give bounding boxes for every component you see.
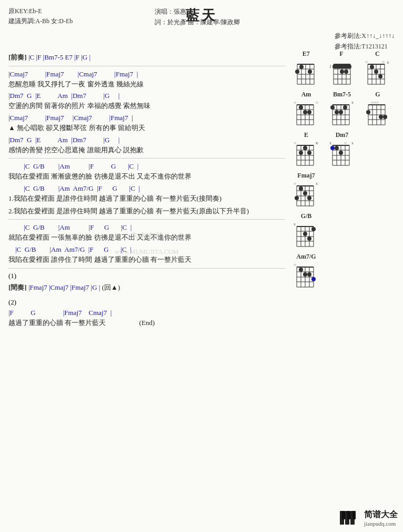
music-by: 曲：陳建寧/陳政卿 [188, 18, 240, 26]
chord-am7g: Am7/G ○ [293, 253, 320, 289]
v1-lyric3: ▲ 無心唱歌 卻又撥斷琴弦 所有的事 留給明天 [8, 123, 285, 133]
main-content: [前奏] |C |F |Bm7-5 E7 |F |G | |Cmaj7 |Fma… [8, 50, 395, 330]
svg-point-146 [311, 227, 316, 231]
chord-e7: E7 [293, 50, 319, 86]
credits: 詞：於光彥 曲：陳建寧/陳政卿 [155, 17, 240, 27]
chorus-chord4: |C G/B |Am Am7/G |F G |C | [8, 245, 285, 254]
svg-rect-167 [342, 511, 345, 519]
svg-rect-24 [333, 65, 351, 68]
intro-line: [前奏] |C |F |Bm7-5 E7 |F |G | [8, 52, 285, 63]
svg-text:○: ○ [365, 60, 368, 64]
svg-point-132 [303, 191, 307, 195]
svg-point-100 [307, 151, 311, 155]
fingering: 參考指法:T1213121 [335, 41, 395, 52]
v1-chord4: |Dm7 G |E Am |Dm7 |G | [8, 135, 285, 145]
chord-e: E ○ ○ [293, 131, 320, 168]
chord-dm7: Dm7 x ○ [328, 131, 356, 168]
svg-text:○: ○ [294, 262, 296, 267]
v1-lyric1: 忽醒忽睡 我又掙扎了一夜 窗外透進 幾絲光線 [8, 79, 285, 90]
svg-point-71 [339, 110, 343, 114]
svg-text:x: x [316, 181, 318, 186]
svg-point-163 [311, 277, 316, 281]
svg-point-57 [307, 110, 311, 114]
svg-text:○: ○ [316, 100, 318, 105]
svg-text:○: ○ [294, 181, 296, 186]
ref-info: 參考刷法:X↑↑↓_↓↑↑↑↓ 參考指法:T1213121 [335, 31, 395, 52]
v1-chord3: |Cmaj7 |Fmaj7 |Cmaj7 |Fmaj7 | [8, 113, 285, 123]
page: 原KEY:Eb-E 建議男調:A-Bb 女:D-Eb 藍天 演唱：張惠妹 詞：於… [0, 0, 403, 532]
chord-f: F 1 [328, 50, 355, 86]
footer-logo: 简谱大全 jianpudq.com [340, 509, 398, 527]
svg-point-12 [295, 70, 299, 74]
svg-text:○○○: ○○○ [371, 100, 379, 105]
svg-point-41 [378, 74, 382, 78]
svg-point-116 [335, 146, 339, 150]
chord-am: Am ○ ○ [293, 91, 320, 127]
svg-text:○: ○ [344, 141, 347, 145]
right-chords: E7 [289, 50, 395, 330]
svg-text:x: x [387, 60, 389, 65]
lyrics-by: 詞：於光彥 [155, 18, 186, 26]
svg-point-115 [330, 146, 335, 150]
svg-point-117 [339, 151, 343, 155]
section2-label: (2) [8, 298, 285, 307]
site-url: jianpudq.com [364, 520, 398, 527]
chorus-chord1: |C G/B |Am |F G |C | [8, 162, 285, 171]
chorus-chord2: |C G/B |Am Am7/G |F G |C | [8, 184, 285, 193]
v1-chord1: |Cmaj7 |Fmaj7 |Cmaj7 |Fmaj7 | [8, 70, 285, 79]
svg-point-101 [299, 151, 303, 155]
svg-rect-168 [347, 511, 350, 519]
s2-lyric: 越過了重重的心牆 有一整片藍天 (End) [8, 318, 285, 328]
chorus-lyric3: 就陷在愛裡面 一張無辜的臉 彷彿是退不出 又走不進你的世界 [8, 232, 285, 243]
original-key: 原KEY:Eb-E [8, 6, 73, 16]
svg-point-69 [330, 105, 335, 110]
v1-lyric2: 空盪的房間 留著你的照片 幸福的感覺 索然無味 [8, 101, 285, 111]
chord-c: C ○ ○ [364, 50, 391, 86]
svg-point-99 [303, 146, 307, 150]
svg-point-133 [307, 196, 311, 200]
footer-text-block: 简谱大全 jianpudq.com [364, 509, 398, 527]
svg-point-85 [383, 115, 387, 119]
v1-lyric4: 感情的善變 挖空心思遮掩 誰能用真心 説抱歉 [8, 145, 285, 155]
svg-point-160 [299, 268, 303, 272]
svg-point-131 [299, 186, 303, 191]
chorus-lyric2-1: 1.我陷在愛裡面 是誰停住時間 越過了重重的心牆 有一整片藍天(接間奏) [8, 193, 285, 204]
performer: 演唱：張惠妹 [155, 6, 240, 17]
piano-keys-icon [340, 511, 359, 526]
strumming: 參考刷法:X↑↑↓_↓↑↑↑↓ [335, 31, 395, 41]
svg-point-11 [308, 70, 312, 74]
chorus-lyric1: 我陷在愛裡面 漸漸疲憊的臉 彷彿是退不出 又走不進你的世界 [8, 171, 285, 182]
svg-rect-169 [352, 511, 356, 519]
svg-point-10 [299, 65, 304, 69]
svg-point-70 [335, 110, 339, 114]
svg-text:○: ○ [382, 60, 385, 64]
svg-point-40 [374, 70, 378, 74]
interlude-line: [間奏] |Fmaj7 |Cmaj7 |Fmaj7 |G | (回▲) [8, 282, 285, 293]
performer-info: 演唱：張惠妹 詞：於光彥 曲：陳建寧/陳政卿 [155, 6, 240, 28]
svg-text:x: x [329, 141, 331, 145]
chorus-lyric4: 我陷在愛裡面 誰停住了時間 越過了重重的心牆 有一整片藍天 [8, 254, 285, 265]
chord-bm75: Bm7-5 x [328, 91, 356, 127]
svg-point-147 [303, 232, 307, 236]
svg-text:x: x [294, 222, 296, 226]
site-name: 简谱大全 [364, 509, 398, 520]
svg-text:x: x [351, 141, 354, 145]
suggest-key: 建議男調:A-Bb 女:D-Eb [8, 16, 73, 26]
chorus-chord3: |C G/B |Am |F G |C | [8, 223, 285, 232]
svg-point-72 [343, 105, 347, 110]
s2-chord: |F G |Fmaj7 Cmaj7 | [8, 308, 285, 318]
left-content: [前奏] |C |F |Bm7-5 E7 |F |G | |Cmaj7 |Fma… [8, 50, 285, 330]
svg-point-134 [295, 196, 299, 200]
svg-point-39 [370, 65, 374, 69]
svg-point-148 [307, 237, 311, 241]
svg-point-25 [340, 70, 344, 74]
key-info: 原KEY:Eb-E 建議男調:A-Bb 女:D-Eb [8, 6, 73, 26]
chorus-lyric2-2: 2.我陷在愛裡面 是誰停住時間 越過了重重的心牆 有一整片藍天(原曲以下升半音) [8, 206, 285, 216]
svg-text:○: ○ [294, 141, 296, 145]
svg-point-162 [307, 272, 311, 277]
svg-point-84 [379, 115, 383, 119]
chord-g: G [364, 91, 391, 127]
chord-fmaj7: Fmaj7 ○ x [293, 172, 320, 208]
interlude-label: (1) [8, 272, 285, 280]
v1-chord2: |Dm7 G |E Am |Dm7 |G | [8, 91, 285, 101]
